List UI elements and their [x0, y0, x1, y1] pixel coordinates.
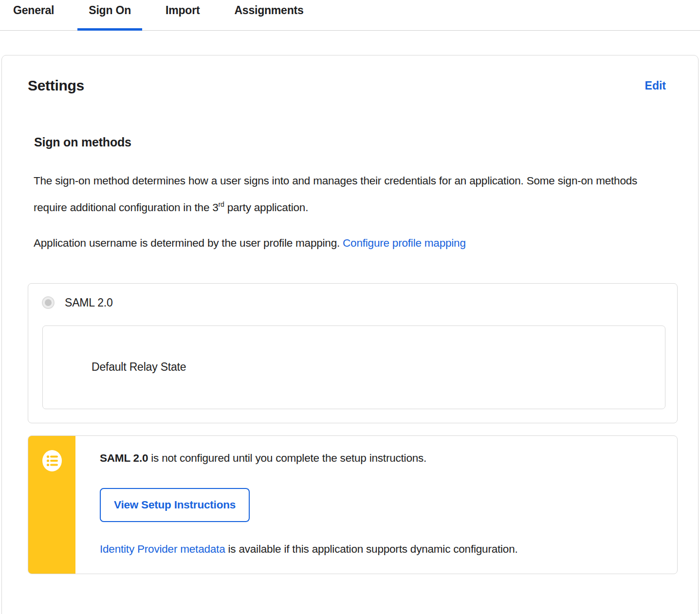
saml-radio-label: SAML 2.0: [65, 296, 113, 309]
metadata-availability-line: Identity Provider metadata is available …: [100, 542, 658, 557]
configure-profile-mapping-link[interactable]: Configure profile mapping: [343, 237, 466, 249]
settings-card-header: Settings Edit: [28, 77, 678, 94]
page-title: Settings: [28, 77, 84, 94]
tab-import[interactable]: Import: [154, 0, 211, 30]
tab-general[interactable]: General: [2, 0, 65, 30]
default-relay-state-box: Default Relay State: [42, 325, 665, 409]
username-mapping-description: Application username is determined by th…: [34, 231, 652, 255]
callout-body: SAML 2.0 is not configured until you com…: [75, 436, 677, 574]
view-setup-instructions-button[interactable]: View Setup Instructions: [100, 488, 250, 522]
saml-option-box: SAML 2.0 Default Relay State: [28, 283, 678, 423]
saml-radio-row: SAML 2.0: [42, 296, 665, 309]
callout-message: SAML 2.0 is not configured until you com…: [100, 451, 658, 466]
sign-on-method-description: The sign-on method determines how a user…: [34, 169, 652, 219]
metadata-availability-text: is available if this application support…: [225, 543, 517, 555]
callout-message-rest: is not configured until you complete the…: [148, 452, 426, 464]
default-relay-state-label: Default Relay State: [92, 361, 186, 374]
description-text-part2: party application.: [224, 201, 309, 214]
tab-assignments[interactable]: Assignments: [223, 0, 314, 30]
app-tab-bar: General Sign On Import Assignments: [0, 0, 700, 31]
username-mapping-text: Application username is determined by th…: [34, 237, 343, 249]
edit-link[interactable]: Edit: [645, 79, 666, 92]
identity-provider-metadata-link[interactable]: Identity Provider metadata: [100, 543, 225, 555]
callout-accent-bar: [28, 436, 75, 574]
callout-message-strong: SAML 2.0: [100, 452, 148, 464]
list-icon: [41, 450, 63, 471]
settings-card: Settings Edit Sign on methods The sign-o…: [1, 55, 699, 614]
saml-not-configured-callout: SAML 2.0 is not configured until you com…: [28, 435, 678, 574]
saml-radio-button[interactable]: [42, 296, 55, 309]
description-text-part1: The sign-on method determines how a user…: [34, 175, 637, 214]
tab-sign-on[interactable]: Sign On: [77, 0, 142, 30]
description-superscript: rd: [219, 200, 224, 208]
sign-on-methods-heading: Sign on methods: [34, 135, 678, 149]
